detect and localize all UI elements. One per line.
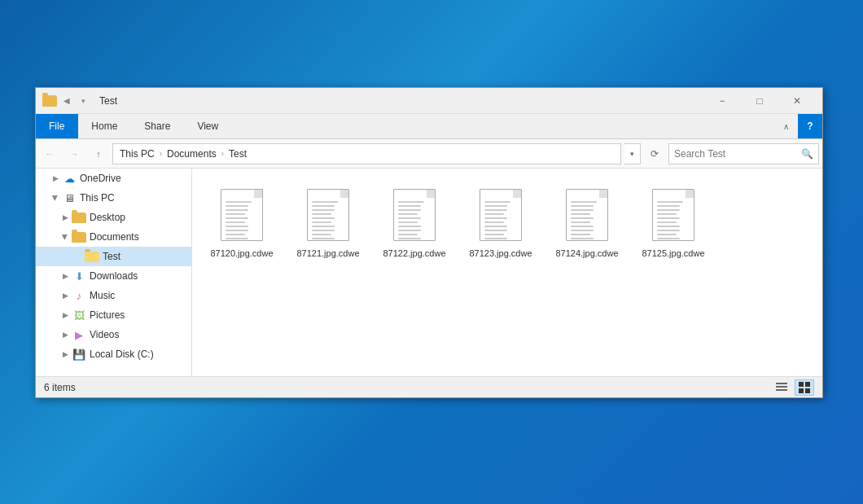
minimize-button[interactable]: − [703, 88, 741, 114]
svg-rect-5 [799, 388, 804, 393]
file-icon [302, 186, 354, 244]
file-name: 87122.jpg.cdwe [383, 248, 445, 259]
doc-lines [657, 201, 690, 239]
forward-button[interactable]: → [64, 143, 85, 164]
desktop-folder-icon [72, 211, 86, 224]
svg-rect-1 [776, 386, 787, 388]
expand-arrow-pictures: ▶ [59, 309, 72, 322]
document-icon [566, 189, 608, 241]
sidebar-item-desktop[interactable]: ▶ Desktop [36, 208, 191, 227]
path-this-pc[interactable]: This PC [120, 148, 155, 160]
sidebar-item-local-disk[interactable]: ▶ 💾 Local Disk (C:) [36, 344, 191, 364]
sidebar-label-onedrive: OneDrive [80, 173, 121, 184]
file-name: 87123.jpg.cdwe [469, 248, 532, 259]
expand-arrow-music: ▶ [59, 289, 72, 302]
main-content: ▶ ☁ OneDrive ▶ 🖥 This PC ▶ Des [36, 169, 822, 376]
file-icon [561, 186, 613, 244]
search-input[interactable] [674, 148, 798, 160]
sidebar-label-this-pc: This PC [80, 192, 115, 204]
expand-arrow-documents: ▶ [59, 230, 72, 243]
file-item[interactable]: 87123.jpg.cdwe [464, 182, 537, 263]
close-button[interactable]: ✕ [778, 88, 816, 114]
tab-home[interactable]: Home [78, 114, 131, 138]
breadcrumb: This PC › Documents › Test [120, 148, 247, 160]
refresh-button[interactable]: ⟳ [644, 143, 665, 164]
sidebar-item-documents[interactable]: ▶ Documents [36, 227, 191, 247]
svg-rect-4 [805, 382, 810, 387]
grid-view-button[interactable] [795, 379, 814, 396]
music-icon: ♪ [72, 289, 86, 302]
window-folder-icon [42, 95, 57, 107]
ribbon: File Home Share View ∧ ? [36, 114, 822, 139]
file-name: 87124.jpg.cdwe [555, 248, 618, 259]
maximize-button[interactable]: □ [741, 88, 778, 114]
ribbon-tabs: File Home Share View ∧ ? [36, 114, 822, 138]
search-box[interactable]: 🔍 [668, 143, 819, 164]
address-path[interactable]: This PC › Documents › Test [112, 143, 621, 164]
back-button[interactable]: ← [39, 143, 60, 164]
svg-rect-0 [776, 383, 787, 384]
doc-lines [398, 201, 431, 239]
file-item[interactable]: 87121.jpg.cdwe [291, 182, 365, 263]
up-button[interactable]: ↑ [88, 143, 109, 164]
title-bar: ◀ ▾ Test − □ ✕ [36, 88, 822, 114]
sidebar-item-this-pc[interactable]: ▶ 🖥 This PC [36, 188, 191, 208]
sidebar-label-downloads: Downloads [90, 270, 138, 282]
file-name: 87120.jpg.cdwe [210, 248, 273, 259]
file-item[interactable]: 87120.jpg.cdwe [205, 182, 278, 263]
tab-view[interactable]: View [184, 114, 232, 138]
expand-arrow-videos: ▶ [59, 328, 72, 341]
title-bar-dropdown-icon: ▾ [77, 94, 90, 107]
file-item[interactable]: 87125.jpg.cdwe [637, 182, 710, 263]
sidebar-item-test[interactable]: ▶ Test [36, 247, 191, 266]
document-icon [393, 189, 436, 241]
document-icon [221, 189, 263, 241]
file-name: 87121.jpg.cdwe [296, 248, 359, 259]
sidebar-label-music: Music [90, 290, 115, 301]
sidebar-label-documents: Documents [90, 231, 139, 243]
path-dropdown-button[interactable]: ▾ [624, 143, 641, 164]
document-icon [652, 189, 694, 241]
onedrive-icon: ☁ [62, 172, 77, 185]
tab-file[interactable]: File [36, 114, 78, 138]
sidebar-item-onedrive[interactable]: ▶ ☁ OneDrive [36, 169, 191, 188]
sidebar-label-desktop: Desktop [90, 212, 125, 223]
expand-arrow-this-pc: ▶ [49, 191, 62, 204]
sidebar-label-pictures: Pictures [90, 309, 125, 321]
doc-lines [312, 201, 344, 239]
window-controls: − □ ✕ [703, 88, 816, 114]
ribbon-expand-button[interactable]: ∧ [773, 114, 798, 138]
doc-lines [226, 201, 258, 239]
videos-icon: ▶ [72, 328, 86, 341]
sidebar-item-downloads[interactable]: ▶ ⬇ Downloads [36, 266, 191, 286]
document-icon [480, 189, 522, 241]
sidebar-item-pictures[interactable]: ▶ 🖼 Pictures [36, 305, 191, 325]
path-documents[interactable]: Documents [167, 148, 217, 160]
svg-rect-6 [805, 388, 810, 393]
file-item[interactable]: 87124.jpg.cdwe [550, 182, 624, 263]
doc-lines [484, 201, 517, 239]
file-name: 87125.jpg.cdwe [642, 248, 704, 259]
pictures-icon: 🖼 [72, 309, 86, 322]
expand-arrow-desktop: ▶ [59, 211, 72, 224]
title-bar-icons: ◀ ▾ [42, 94, 90, 107]
downloads-icon: ⬇ [72, 270, 86, 283]
file-item[interactable]: 87122.jpg.cdwe [378, 182, 451, 263]
file-explorer-window: ◀ ▾ Test − □ ✕ File Home Share View ∧ ? … [35, 87, 823, 398]
view-icons [772, 379, 814, 396]
computer-icon: 🖥 [62, 191, 77, 204]
sidebar-label-local-disk: Local Disk (C:) [90, 348, 154, 360]
file-icon [388, 186, 440, 244]
list-view-button[interactable] [772, 379, 791, 396]
documents-folder-icon [72, 230, 86, 243]
tab-share[interactable]: Share [131, 114, 184, 138]
sidebar-item-music[interactable]: ▶ ♪ Music [36, 286, 191, 305]
item-count: 6 items [44, 382, 76, 393]
file-area: 87120.jpg.cdwe 87121.jpg.cdwe 87122.jpg.… [192, 169, 822, 376]
file-icon [216, 186, 268, 244]
path-test[interactable]: Test [229, 148, 247, 160]
sidebar-item-videos[interactable]: ▶ ▶ Videos [36, 325, 191, 344]
window-title: Test [99, 95, 703, 107]
help-button[interactable]: ? [798, 114, 822, 138]
file-icon [475, 186, 527, 244]
